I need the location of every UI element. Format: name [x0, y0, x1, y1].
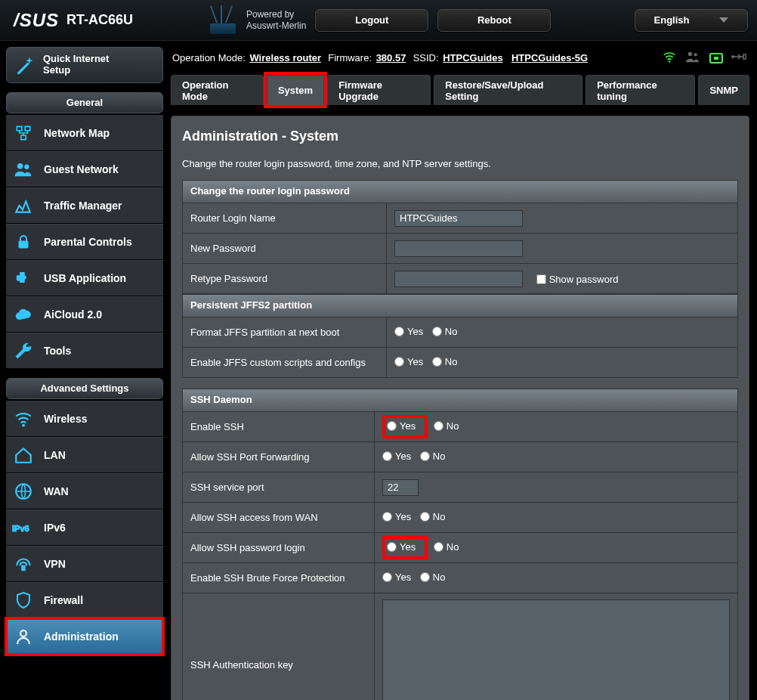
sidebar-item-parental-controls[interactable]: Parental Controls	[6, 224, 163, 260]
table-row: Allow SSH access from WAN Yes No	[183, 503, 738, 533]
mode-link[interactable]: Wireless router	[249, 52, 321, 63]
tab-restore-save-upload[interactable]: Restore/Save/Upload Setting	[434, 75, 582, 105]
jffs-format-yes[interactable]	[394, 327, 404, 336]
ssh-enable-no[interactable]	[434, 421, 443, 431]
sidebar-item-firewall[interactable]: Firewall	[6, 582, 163, 618]
logo-block: /SUS RT-AC66U	[14, 10, 195, 31]
table-row: Allow SSH password login Yes No	[183, 533, 738, 563]
logout-button[interactable]: Logout	[315, 9, 428, 32]
ssh-table: Enable SSH Yes No Allow SSH Port Forward…	[182, 411, 738, 700]
table-row: New Password	[183, 234, 738, 264]
globe-icon	[12, 480, 35, 503]
guest-network-icon	[12, 158, 35, 181]
traffic-icon	[12, 194, 35, 217]
svg-point-8	[669, 60, 670, 62]
ssid1-link[interactable]: HTPCGuides	[443, 52, 502, 63]
sidebar-item-label: VPN	[44, 558, 66, 570]
sidebar-item-wan[interactable]: WAN	[6, 473, 163, 510]
new-password-input[interactable]	[394, 240, 523, 257]
table-row: Format JFFS partition at next boot Yes N…	[183, 317, 738, 348]
ipv6-icon: IPv6	[12, 516, 35, 539]
label-ssh-enable: Enable SSH	[183, 412, 375, 442]
tab-snmp[interactable]: SNMP	[698, 75, 749, 105]
login-name-input[interactable]	[394, 210, 523, 227]
label-login-name: Router Login Name	[183, 203, 387, 234]
sidebar-item-label: IPv6	[44, 522, 66, 534]
sidebar-item-label: Guest Network	[44, 163, 119, 175]
ssh-port-input[interactable]	[382, 479, 419, 496]
sidebar-item-administration[interactable]: Administration	[6, 618, 163, 655]
section-jffs: Persistent JFFS2 partition	[182, 294, 738, 317]
sidebar-item-label: Traffic Manager	[44, 200, 122, 212]
sidebar-item-ipv6[interactable]: IPv6 IPv6	[6, 510, 163, 546]
right-column: Operation Mode: Wireless router Firmware…	[166, 41, 757, 700]
chevron-down-icon	[719, 17, 728, 23]
sidebar-item-aicloud[interactable]: AiCloud 2.0	[6, 296, 163, 333]
ssh-wan-no[interactable]	[420, 512, 430, 522]
retype-password-input[interactable]	[394, 271, 523, 287]
sidebar-item-vpn[interactable]: VPN	[6, 546, 163, 582]
reboot-button[interactable]: Reboot	[437, 9, 551, 32]
sidebar-item-wireless[interactable]: Wireless	[6, 401, 163, 437]
section-advanced: Advanced Settings	[6, 378, 163, 399]
info-bar: Operation Mode: Wireless router Firmware…	[171, 47, 749, 75]
house-icon	[12, 444, 35, 466]
tab-system[interactable]: System	[267, 75, 324, 105]
ssid2-link[interactable]: HTPCGuides-5G	[511, 52, 588, 63]
ssh-enable-yes[interactable]	[387, 421, 397, 431]
sidebar-item-usb-application[interactable]: USB Application	[6, 260, 163, 296]
router-icon	[205, 7, 240, 34]
label-ssh-wan: Allow SSH access from WAN	[183, 503, 375, 533]
clients-icon[interactable]	[684, 50, 701, 66]
ssh-wan-yes[interactable]	[382, 512, 392, 522]
svg-point-1	[25, 165, 29, 169]
panel-description: Change the router login password, time z…	[182, 158, 738, 169]
shield-icon	[12, 589, 35, 612]
quick-setup-label: Quick InternetSetup	[43, 54, 109, 76]
ssh-brute-no[interactable]	[420, 572, 430, 582]
sidebar-item-tools[interactable]: Tools	[6, 333, 163, 369]
lan-status-icon[interactable]	[709, 51, 722, 65]
usb-status-icon[interactable]	[730, 51, 748, 64]
jffs-scripts-no[interactable]	[432, 357, 442, 367]
table-row: Retype Password Show password	[183, 264, 738, 294]
svg-point-3	[23, 424, 25, 426]
sidebar-item-guest-network[interactable]: Guest Network	[6, 151, 163, 187]
wifi-icon	[12, 407, 35, 430]
quick-internet-setup-button[interactable]: Quick InternetSetup	[6, 47, 163, 83]
ssh-pwlogin-no[interactable]	[434, 542, 443, 552]
svg-point-7	[20, 630, 26, 637]
language-label: English	[654, 10, 690, 31]
jffs-format-no[interactable]	[432, 327, 442, 336]
svg-point-9	[688, 52, 692, 56]
ssh-forward-yes[interactable]	[382, 451, 392, 461]
admin-icon	[12, 625, 35, 648]
tab-operation-mode[interactable]: Operation Mode	[171, 75, 264, 105]
ssh-brute-yes[interactable]	[382, 572, 392, 582]
brand-logo: /SUS	[14, 10, 59, 31]
sidebar-item-traffic-manager[interactable]: Traffic Manager	[6, 187, 163, 224]
sidebar-item-lan[interactable]: LAN	[6, 437, 163, 473]
jffs-scripts-yes[interactable]	[394, 357, 404, 367]
tab-firmware-upgrade[interactable]: Firmware Upgrade	[327, 75, 431, 105]
show-password-label: Show password	[549, 273, 619, 284]
section-login-password: Change the router login password	[182, 180, 738, 203]
panel-title: Administration - System	[182, 129, 738, 144]
firmware-link[interactable]: 380.57	[376, 52, 406, 63]
sidebar-item-label: WAN	[44, 485, 69, 497]
left-column: Quick InternetSetup General Network Map …	[0, 41, 166, 700]
show-password-checkbox[interactable]	[536, 274, 546, 284]
sidebar-item-label: AiCloud 2.0	[44, 308, 102, 321]
ssh-key-textarea[interactable]	[382, 599, 730, 700]
sidebar-item-label: Parental Controls	[44, 236, 132, 248]
sidebar-item-network-map[interactable]: Network Map	[6, 115, 163, 151]
ssh-forward-no[interactable]	[420, 451, 430, 461]
language-dropdown[interactable]: English	[635, 9, 748, 32]
tab-performance-tuning[interactable]: Performance tuning	[586, 75, 695, 105]
wifi-status-icon[interactable]	[662, 51, 677, 65]
label-ssh-forward: Allow SSH Port Forwarding	[183, 442, 375, 472]
ssh-pwlogin-yes[interactable]	[387, 542, 397, 552]
sidebar-item-label: Network Map	[44, 127, 110, 139]
sidebar-item-label: Firewall	[44, 594, 83, 606]
nav-general: Network Map Guest Network Traffic Manage…	[6, 115, 163, 369]
